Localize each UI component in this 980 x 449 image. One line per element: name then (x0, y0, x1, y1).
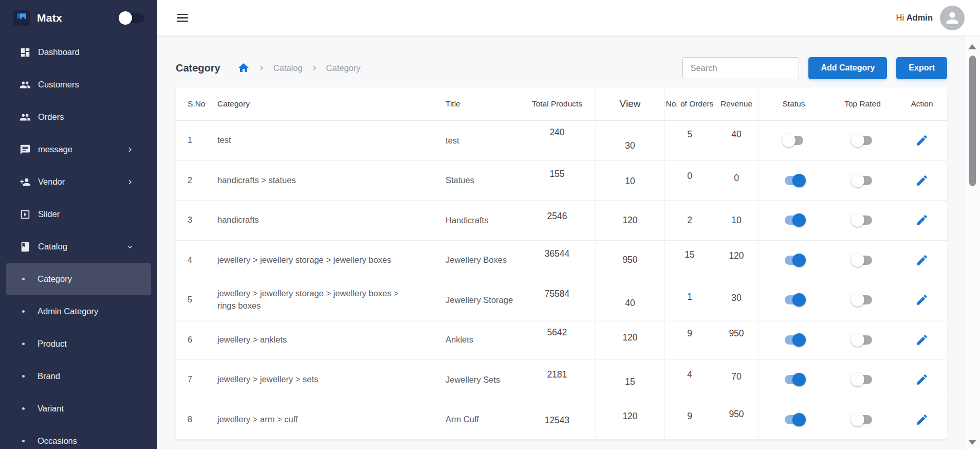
bullet-icon (22, 407, 25, 410)
status-toggle[interactable] (782, 213, 806, 227)
sidebar-catalog-children: Category Admin Category Product (0, 263, 157, 449)
sidebar-header: Matx (0, 0, 157, 36)
sidebar-item-label: Catalog (38, 242, 67, 252)
status-toggle[interactable] (782, 372, 806, 387)
sidebar-subitem[interactable]: Admin Category (6, 295, 151, 328)
table-row: 8 jewellery > arm > cuff Arm Cuff 12543 … (176, 400, 947, 440)
cell-status (759, 372, 828, 387)
edit-button[interactable] (914, 253, 930, 268)
col-total-products: Total Products (519, 99, 595, 109)
pencil-icon (915, 293, 929, 307)
status-toggle[interactable] (782, 253, 806, 267)
person-icon (944, 9, 961, 27)
bullet-icon (22, 310, 25, 313)
cell-view: 15 (595, 360, 665, 400)
greeting-prefix: Hi (896, 13, 904, 22)
sidebar-item[interactable]: Slider (0, 198, 157, 230)
status-toggle[interactable] (782, 412, 806, 427)
breadcrumb-item-category[interactable]: Category (326, 63, 361, 73)
sidebar-subitem[interactable]: Occasions (6, 425, 151, 449)
status-toggle[interactable] (782, 173, 806, 188)
edit-button[interactable] (914, 332, 930, 348)
sidebar-subitem[interactable]: Category (6, 263, 151, 295)
cell-view: 40 (595, 280, 665, 320)
top-rated-toggle[interactable] (851, 253, 875, 267)
edit-button[interactable] (914, 133, 930, 148)
cell-revenue: 950 (714, 320, 759, 360)
status-toggle[interactable] (782, 133, 806, 148)
top-rated-toggle[interactable] (851, 333, 875, 347)
chevron-right-icon (125, 145, 135, 154)
cell-no-of-orders: 9 (665, 414, 714, 425)
divider (229, 62, 229, 74)
person-add-icon (20, 176, 31, 188)
cell-total-products: 240 (519, 135, 595, 146)
sidebar-item[interactable]: Dashboard (0, 36, 157, 68)
sidebar-item[interactable]: Vendor (0, 166, 157, 198)
export-button[interactable]: Export (896, 57, 947, 79)
cell-sno: 2 (176, 176, 211, 185)
top-rated-toggle[interactable] (851, 412, 875, 427)
pencil-icon (915, 134, 929, 147)
home-icon[interactable] (237, 62, 250, 74)
top-rated-toggle[interactable] (851, 372, 875, 387)
cell-action (897, 253, 947, 268)
table-row: 2 handicrafts > statues Statues 155 10 0… (176, 161, 947, 201)
sidebar-item[interactable]: Customers (0, 68, 157, 101)
top-rated-toggle[interactable] (851, 293, 875, 307)
hamburger-menu-icon[interactable] (177, 14, 188, 22)
cell-revenue: 120 (714, 241, 759, 280)
status-toggle[interactable] (782, 333, 806, 347)
cell-title: Jewellery Storage (439, 295, 519, 305)
cell-status (759, 173, 828, 188)
sidebar-subitem[interactable]: Variant (6, 392, 151, 425)
sidebar-item[interactable]: Catalog (0, 230, 157, 263)
cell-revenue: 0 (714, 161, 759, 201)
sidebar-mode-toggle[interactable] (119, 11, 145, 25)
edit-button[interactable] (914, 173, 930, 188)
table-row: 7 jewellery > jewellery > sets Jewellery… (176, 360, 947, 400)
edit-button[interactable] (914, 292, 930, 308)
sidebar-subitem[interactable]: Product (6, 328, 151, 360)
breadcrumb: Category Catalog Category (176, 62, 361, 74)
cell-action (897, 173, 947, 188)
edit-button[interactable] (914, 412, 930, 427)
table-row: 1 test test 240 30 5 40 (176, 121, 947, 161)
toggle-knob (119, 11, 132, 25)
cell-action (897, 292, 947, 308)
cell-view: 30 (595, 121, 665, 160)
scroll-down-arrow[interactable] (968, 440, 976, 445)
scrollbar-thumb[interactable] (969, 56, 976, 186)
col-top-rated: Top Rated (828, 99, 897, 109)
user-greeting: Hi Admin (896, 13, 933, 23)
category-table: S.No Category Title Total Products View … (176, 87, 947, 440)
cell-sno: 5 (176, 295, 211, 304)
scroll-up-arrow[interactable] (968, 44, 976, 49)
breadcrumb-separator-icon (310, 63, 319, 73)
breadcrumb-separator-icon (257, 63, 266, 73)
avatar[interactable] (940, 6, 965, 30)
table-row: 6 jewellery > anklets Anklets 5642 120 9… (176, 320, 947, 361)
top-rated-toggle[interactable] (851, 173, 875, 188)
search-input[interactable] (682, 57, 799, 79)
edit-button[interactable] (914, 212, 930, 228)
status-toggle[interactable] (782, 293, 806, 307)
sidebar-item[interactable]: Orders (0, 101, 157, 133)
cell-revenue: 30 (714, 280, 759, 320)
cell-sno: 8 (176, 415, 211, 424)
cell-top-rated (828, 372, 897, 387)
cell-sno: 7 (176, 375, 211, 384)
cell-sno: 1 (176, 136, 211, 145)
top-rated-toggle[interactable] (851, 133, 875, 148)
sidebar-subitem[interactable]: Brand (6, 360, 151, 392)
col-no-of-orders: No. of Orders (665, 99, 714, 109)
top-rated-toggle[interactable] (851, 213, 875, 227)
cell-revenue: 70 (714, 360, 759, 400)
cell-top-rated (828, 293, 897, 307)
sidebar-item[interactable]: message (0, 133, 157, 166)
col-revenue: Revenue (714, 87, 759, 120)
add-category-button[interactable]: Add Category (808, 57, 887, 79)
cell-no-of-orders: 15 (665, 255, 714, 265)
edit-button[interactable] (914, 372, 930, 387)
breadcrumb-item-catalog[interactable]: Catalog (273, 63, 303, 73)
